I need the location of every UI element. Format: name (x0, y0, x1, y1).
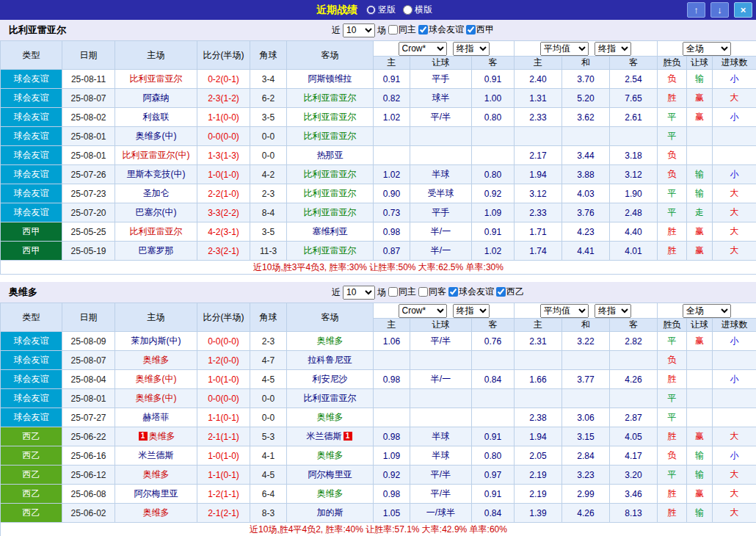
team-name-text: 热那亚 (317, 150, 344, 160)
home-team-cell[interactable]: 巴塞尔(中) (115, 203, 197, 222)
league-cell: 球会友谊 (1, 203, 62, 222)
away-team-cell[interactable]: 比利亚雷亚尔 (287, 108, 374, 127)
handicap-result-cell: 赢 (687, 108, 713, 127)
date-cell: 25-05-25 (62, 222, 115, 242)
date-cell: 25-08-02 (62, 108, 115, 127)
bookmaker-select[interactable]: Crow* (399, 42, 447, 56)
home-team-cell[interactable]: 圣加仑 (115, 184, 197, 203)
away-team-cell[interactable]: 热那亚 (287, 146, 374, 165)
home-team-cell[interactable]: 米兰德斯 (115, 446, 197, 466)
date-cell: 25-06-02 (62, 504, 115, 523)
euro-source-select[interactable]: 平均值 (540, 42, 589, 56)
team-name-text: 比利亚雷亚尔 (304, 131, 357, 141)
panel-title: 近期战绩 (316, 4, 357, 17)
match-row: 球会友谊25-07-27赫塔菲1-1(0-1)0-0奥维多2.383.062.8… (1, 408, 756, 427)
handicap-odds-controls: Crow*终指 (374, 303, 515, 319)
laliga2-filter[interactable]: 西乙 (496, 286, 524, 298)
home-team-cell[interactable]: 奥维多 (115, 504, 197, 523)
same-home-checkbox[interactable] (388, 25, 398, 35)
away-team-cell[interactable]: 奥维多 (287, 485, 374, 504)
home-team-cell[interactable]: 奥维多 (115, 351, 197, 370)
move-up-button[interactable]: ↑ (687, 2, 705, 18)
away-team-cell[interactable]: 奥维多 (287, 332, 374, 351)
away-team-cell[interactable]: 比利亚雷亚尔 (287, 184, 374, 203)
away-team-cell[interactable]: 比利亚雷亚尔 (287, 127, 374, 146)
result-cell: 胜 (658, 89, 687, 108)
score-cell: 1-1(0-1) (197, 408, 250, 427)
away-team-cell[interactable]: 米兰德斯1 (287, 427, 374, 446)
laliga2-checkbox[interactable] (496, 287, 506, 297)
away-team-cell[interactable]: 加的斯 (287, 504, 374, 523)
home-team-cell[interactable]: 奥维多 (115, 466, 197, 485)
handicap-mode-select[interactable]: 终指 (453, 42, 490, 56)
same-home-filter[interactable]: 同主 (388, 286, 416, 298)
home-team-cell[interactable]: 利兹联 (115, 108, 197, 127)
corners-cell: 3-5 (250, 108, 287, 127)
handicap-home-odds-cell: 0.90 (374, 184, 410, 203)
filter-checkbox-group: 同主球会友谊西甲 (386, 23, 494, 37)
bookmaker-select[interactable]: Crow* (399, 304, 447, 318)
euro-source-select[interactable]: 平均值 (540, 304, 589, 318)
horizontal-layout-option[interactable]: 横版 (403, 4, 432, 16)
date-cell: 25-08-01 (62, 127, 115, 146)
home-team-cell[interactable]: 奥维多(中) (115, 389, 197, 408)
close-icon[interactable]: × (734, 2, 752, 18)
away-team-cell[interactable]: 塞维利亚 (287, 222, 374, 242)
home-team-cell[interactable]: 莱加内斯(中) (115, 332, 197, 351)
handicap-home-odds-cell: 1.09 (374, 446, 410, 466)
away-team-cell[interactable]: 奥维多 (287, 446, 374, 466)
home-team-cell[interactable]: 奥维多(中) (115, 127, 197, 146)
home-team-cell[interactable]: 比利亚雷亚尔 (115, 70, 197, 89)
club-friendly-filter[interactable]: 球会友谊 (418, 23, 464, 36)
euro-home-odds-cell: 2.05 (515, 446, 562, 466)
scope-select[interactable]: 全场 (683, 42, 731, 56)
club-friendly-checkbox[interactable] (448, 287, 458, 297)
away-team-cell[interactable]: 比利亚雷亚尔 (287, 165, 374, 184)
away-team-cell[interactable]: 阿尔梅里亚 (287, 466, 374, 485)
league-cell: 球会友谊 (1, 127, 62, 146)
date-cell: 25-08-01 (62, 146, 115, 165)
scope-select[interactable]: 全场 (683, 304, 731, 318)
away-team-cell[interactable]: 比利亚雷亚尔 (287, 389, 374, 408)
club-friendly-checkbox[interactable] (418, 25, 428, 35)
home-team-cell[interactable]: 比利亚雷亚尔 (115, 222, 197, 242)
same-home-checkbox[interactable] (388, 287, 398, 297)
home-team-cell[interactable]: 巴塞罗那 (115, 242, 197, 261)
home-team-cell[interactable]: 赫塔菲 (115, 408, 197, 427)
vertical-layout-option[interactable]: 竖版 (366, 4, 396, 16)
home-team-cell[interactable]: 1奥维多 (115, 427, 197, 446)
euro-home-odds-cell (515, 351, 562, 370)
league-cell: 西甲 (1, 222, 62, 242)
laliga-checkbox[interactable] (466, 25, 476, 35)
away-team-cell[interactable]: 利安尼沙 (287, 370, 374, 389)
score-cell: 4-2(3-1) (197, 222, 250, 242)
laliga-filter[interactable]: 西甲 (466, 23, 494, 36)
home-team-cell[interactable]: 里斯本竞技(中) (115, 165, 197, 184)
home-team-cell[interactable]: 奥维多(中) (115, 370, 197, 389)
away-team-cell[interactable]: 比利亚雷亚尔 (287, 203, 374, 222)
result-cell: 胜 (658, 427, 687, 446)
away-team-cell[interactable]: 比利亚雷亚尔 (287, 89, 374, 108)
same-away-filter[interactable]: 同客 (418, 286, 446, 298)
vertical-layout-radio[interactable] (366, 5, 376, 15)
club-friendly-filter[interactable]: 球会友谊 (448, 286, 494, 298)
team-name-text: 加的斯 (317, 507, 344, 518)
euro-mode-select[interactable]: 终指 (595, 304, 631, 318)
team-name-text: 阿尔梅里亚 (308, 469, 352, 479)
euro-mode-select[interactable]: 终指 (595, 42, 631, 56)
away-team-cell[interactable]: 比利亚雷亚尔 (287, 242, 374, 261)
move-down-button[interactable]: ↓ (710, 2, 729, 18)
match-count-select[interactable]: 10 (343, 286, 375, 300)
home-team-cell[interactable]: 比利亚雷亚尔(中) (115, 146, 197, 165)
home-team-cell[interactable]: 阿尔梅里亚 (115, 485, 197, 504)
corners-cell: 3-4 (250, 70, 287, 89)
same-away-checkbox[interactable] (418, 287, 428, 297)
match-count-select[interactable]: 10 (343, 23, 375, 37)
horizontal-layout-radio[interactable] (403, 5, 412, 15)
away-team-cell[interactable]: 拉科鲁尼亚 (287, 351, 374, 370)
home-team-cell[interactable]: 阿森纳 (115, 89, 197, 108)
same-home-filter[interactable]: 同主 (388, 23, 416, 36)
away-team-cell[interactable]: 奥维多 (287, 408, 374, 427)
handicap-mode-select[interactable]: 终指 (453, 304, 490, 318)
away-team-cell[interactable]: 阿斯顿维拉 (287, 70, 374, 89)
